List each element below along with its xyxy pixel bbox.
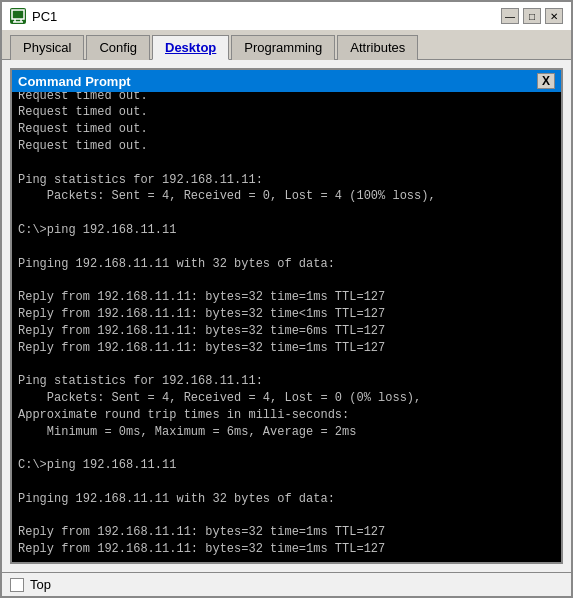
terminal-line: Reply from 192.168.11.11: bytes=32 time=… [18, 323, 555, 340]
tab-programming[interactable]: Programming [231, 35, 335, 60]
terminal-line: Request timed out. [18, 138, 555, 155]
terminal-line: Pinging 192.168.11.11 with 32 bytes of d… [18, 256, 555, 273]
terminal-line: Request timed out. [18, 104, 555, 121]
app-icon [10, 8, 26, 24]
tab-desktop[interactable]: Desktop [152, 35, 229, 60]
cmd-window: Command Prompt X Pinging 192.168.11.11 w… [10, 68, 563, 564]
bottom-bar: Top [2, 572, 571, 596]
cmd-body[interactable]: Pinging 192.168.11.11 with 32 bytes of d… [12, 92, 561, 562]
window-title: PC1 [32, 9, 57, 24]
maximize-button[interactable]: □ [523, 8, 541, 24]
cmd-title-bar: Command Prompt X [12, 70, 561, 92]
terminal-line: C:\>ping 192.168.11.11 [18, 222, 555, 239]
tabs-bar: PhysicalConfigDesktopProgrammingAttribut… [2, 30, 571, 60]
terminal-line: Reply from 192.168.11.11: bytes=32 time=… [18, 289, 555, 306]
terminal-line [18, 155, 555, 172]
tab-physical[interactable]: Physical [10, 35, 84, 60]
terminal-line: Request timed out. [18, 121, 555, 138]
cmd-close-button[interactable]: X [537, 73, 555, 89]
tab-config[interactable]: Config [86, 35, 150, 60]
window-controls: — □ ✕ [501, 8, 563, 24]
title-bar: PC1 — □ ✕ [0, 0, 573, 30]
terminal-line [18, 272, 555, 289]
title-bar-left: PC1 [10, 8, 57, 24]
terminal-line [18, 440, 555, 457]
terminal-line: Pinging 192.168.11.11 with 32 bytes of d… [18, 491, 555, 508]
terminal-line [18, 474, 555, 491]
terminal-line: Request timed out. [18, 92, 555, 104]
cmd-title: Command Prompt [18, 74, 131, 89]
close-button[interactable]: ✕ [545, 8, 563, 24]
terminal-line: Ping statistics for 192.168.11.11: [18, 373, 555, 390]
content-area: Command Prompt X Pinging 192.168.11.11 w… [2, 60, 571, 572]
terminal-line: Reply from 192.168.11.11: bytes=32 time=… [18, 541, 555, 558]
terminal-line [18, 205, 555, 222]
terminal-line: Reply from 192.168.11.11: bytes=32 time<… [18, 306, 555, 323]
tab-attributes[interactable]: Attributes [337, 35, 418, 60]
terminal-line: Ping statistics for 192.168.11.11: [18, 172, 555, 189]
terminal-line: Packets: Sent = 4, Received = 4, Lost = … [18, 390, 555, 407]
terminal-line: Reply from 192.168.11.11: bytes=32 time=… [18, 524, 555, 541]
terminal-line [18, 356, 555, 373]
terminal-line: Packets: Sent = 4, Received = 0, Lost = … [18, 188, 555, 205]
svg-rect-0 [12, 10, 24, 19]
terminal-line [18, 239, 555, 256]
terminal-line [18, 508, 555, 525]
terminal-line: Reply from 192.168.11.11: bytes=32 time=… [18, 340, 555, 357]
top-checkbox[interactable] [10, 578, 24, 592]
top-label: Top [30, 577, 51, 592]
terminal-line: Approximate round trip times in milli-se… [18, 407, 555, 424]
minimize-button[interactable]: — [501, 8, 519, 24]
main-window: PhysicalConfigDesktopProgrammingAttribut… [0, 30, 573, 598]
terminal-line: Minimum = 0ms, Maximum = 6ms, Average = … [18, 424, 555, 441]
terminal-line: C:\>ping 192.168.11.11 [18, 457, 555, 474]
